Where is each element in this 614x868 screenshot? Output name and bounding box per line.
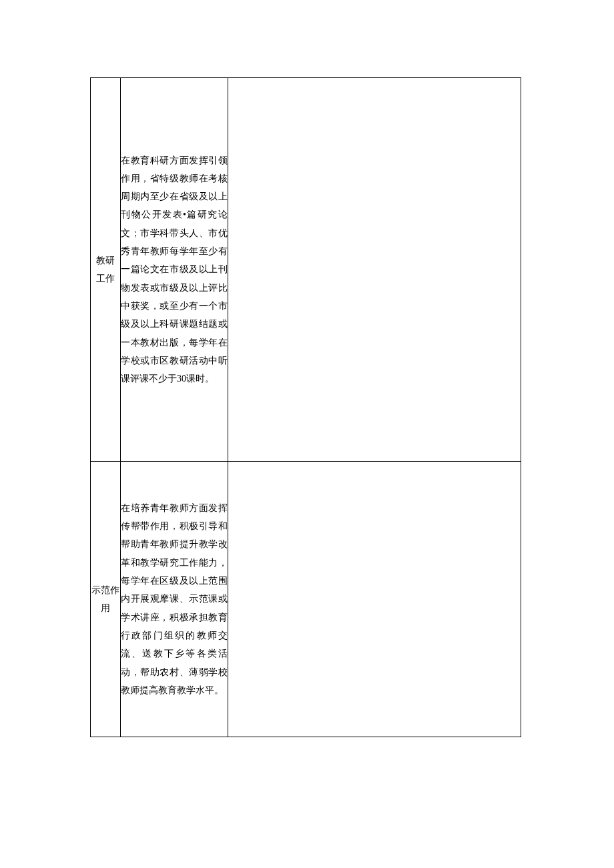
row-description-text: 在培养青年教师方面发挥传帮带作用，积极引导和帮助青年教师提升教学改革和教学研究工…: [121, 503, 228, 695]
row-blank-cell: [228, 462, 521, 737]
table-row: 教研 工作 在教育科研方面发挥引领作用，省特级教师在考核周期内至少在省级及以上刊…: [91, 78, 521, 462]
row-label-line2: 工作: [91, 270, 120, 288]
row-description-cell: 在培养青年教师方面发挥传帮带作用，积极引导和帮助青年教师提升教学改革和教学研究工…: [121, 462, 228, 737]
row-label-line1: 示范作: [91, 581, 120, 599]
assessment-table: 教研 工作 在教育科研方面发挥引领作用，省特级教师在考核周期内至少在省级及以上刊…: [90, 77, 521, 737]
row-label-line2: 用: [91, 599, 120, 617]
table-row: 示范作 用 在培养青年教师方面发挥传帮带作用，积极引导和帮助青年教师提升教学改革…: [91, 462, 521, 737]
row-label-line1: 教研: [91, 252, 120, 270]
row-description-cell: 在教育科研方面发挥引领作用，省特级教师在考核周期内至少在省级及以上刊物公开发表•…: [121, 78, 228, 462]
row-label-cell: 教研 工作: [91, 78, 121, 462]
row-description-text: 在教育科研方面发挥引领作用，省特级教师在考核周期内至少在省级及以上刊物公开发表•…: [121, 155, 228, 384]
row-label-cell: 示范作 用: [91, 462, 121, 737]
row-blank-cell: [228, 78, 521, 462]
